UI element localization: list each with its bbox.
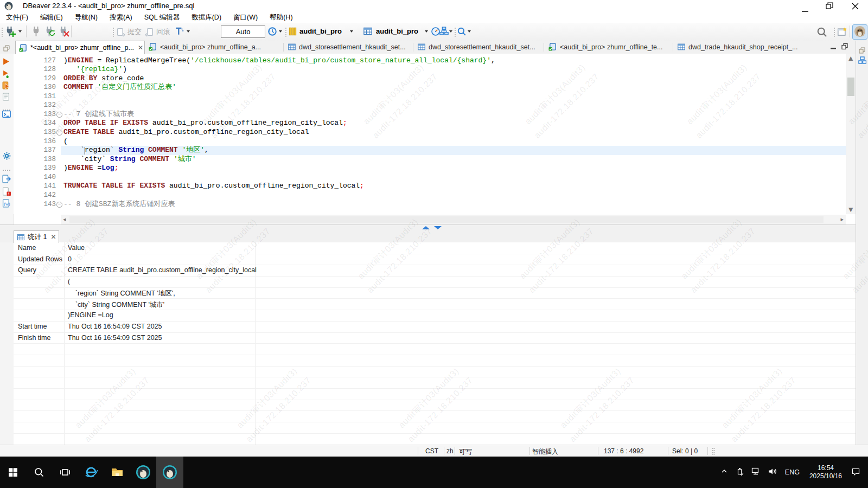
splitter[interactable]: [0, 225, 856, 230]
table-row[interactable]: )ENGINE =Log: [14, 310, 856, 322]
file-explorer-icon[interactable]: [104, 457, 130, 488]
dbeaver-community-button[interactable]: [852, 24, 867, 40]
taskbar-search-icon[interactable]: [26, 457, 52, 488]
tray-clock[interactable]: 16:54 2025/10/16: [809, 464, 842, 480]
disconnect-button[interactable]: [58, 25, 68, 40]
collapse-down-icon[interactable]: [434, 226, 442, 229]
tab-label: <audit_bi_pro> zhumr_offline_a...: [160, 43, 261, 51]
schema-selector[interactable]: audit_bi_pro: [376, 27, 418, 35]
editor-vertical-scrollbar[interactable]: ▲ ▼: [846, 54, 856, 214]
tray-volume-icon[interactable]: [768, 467, 777, 478]
tab-statistics[interactable]: 统计 1 ✕: [14, 230, 59, 243]
open-view-icon[interactable]: [858, 56, 866, 67]
output-warning-icon[interactable]: [2, 187, 11, 198]
new-connection-button[interactable]: [4, 25, 15, 40]
editor-tab-2[interactable]: dwd_storesettlement_hkaudit_set...: [285, 41, 412, 53]
tab-close-icon[interactable]: ✕: [138, 44, 143, 52]
internet-explorer-icon[interactable]: [78, 457, 104, 488]
hscroll-thumb[interactable]: [69, 216, 824, 223]
export-result-icon[interactable]: [2, 175, 11, 185]
tray-time: 16:54: [809, 464, 842, 472]
commit-icon[interactable]: [116, 28, 125, 39]
minimize-editor-icon[interactable]: [830, 44, 837, 54]
tab-close-icon[interactable]: ✕: [50, 233, 56, 241]
table-row[interactable]: Start timeThu Oct 16 16:54:09 CST 2025: [14, 321, 856, 333]
dropdown-arrow-icon[interactable]: [279, 30, 282, 33]
execute-new-tab-icon[interactable]: [2, 70, 10, 80]
menu-item-1[interactable]: 编辑(E): [34, 12, 69, 23]
vscroll-thumb[interactable]: [847, 78, 854, 96]
results-tab-bar: 统计 1 ✕: [0, 230, 856, 243]
settings-gear-icon[interactable]: [2, 151, 11, 163]
commit-label[interactable]: 提交: [127, 27, 142, 37]
execution-plan-icon[interactable]: [439, 27, 449, 38]
collapse-up-icon[interactable]: [422, 226, 430, 229]
fold-collapse-icon[interactable]: −: [56, 202, 62, 208]
editor-tab-4[interactable]: <audit_bi_pro> zhumr_offline_te...: [545, 41, 672, 53]
output-log-icon[interactable]: (w): [2, 199, 11, 210]
connect-button[interactable]: [31, 25, 41, 40]
status-item-2: 可写: [459, 447, 472, 457]
editor-tab-1[interactable]: <audit_bi_pro> zhumr_offline_a...: [145, 41, 282, 53]
tray-chevron-up-icon[interactable]: [720, 467, 728, 477]
restore-panel-icon[interactable]: [3, 44, 10, 54]
open-console-icon[interactable]: [2, 110, 11, 121]
editor-tab-0[interactable]: *<audit_bi_pro> zhumr_offline_p...✕: [15, 41, 145, 54]
fold-collapse-icon[interactable]: −: [56, 112, 62, 118]
dropdown-arrow-icon[interactable]: [187, 30, 190, 33]
column-header-value[interactable]: Value: [68, 244, 85, 252]
table-row[interactable]: Updated Rows0: [14, 254, 856, 266]
maximize-editor-icon[interactable]: [841, 42, 848, 52]
start-button[interactable]: [0, 457, 26, 488]
menu-item-6[interactable]: 窗口(W): [227, 12, 264, 23]
status-separator: [707, 447, 708, 455]
line-number: 130: [43, 83, 56, 92]
status-separator: [598, 447, 598, 455]
restore-button[interactable]: [826, 2, 833, 12]
dropdown-arrow-icon[interactable]: [468, 30, 471, 33]
editor-code[interactable]: )ENGINE = ReplicatedMergeTree('/clickhou…: [63, 54, 845, 214]
dropdown-arrow-icon[interactable]: [18, 30, 22, 33]
column-header-name[interactable]: Name: [18, 244, 36, 252]
rollback-icon[interactable]: [145, 28, 154, 39]
menu-item-3[interactable]: 搜索(A): [104, 12, 138, 23]
reconnect-button[interactable]: [44, 25, 54, 40]
restore-panel-icon[interactable]: [859, 46, 865, 56]
dropdown-arrow-icon[interactable]: [425, 30, 428, 33]
editor-tab-5[interactable]: dwd_trade_hkaudit_shop_receipt_...: [674, 41, 800, 53]
menu-item-5[interactable]: 数据库(D): [186, 12, 227, 23]
execute-statement-icon[interactable]: [2, 57, 10, 68]
dropdown-arrow-icon[interactable]: [449, 30, 452, 33]
menu-item-0[interactable]: 文件(F): [0, 12, 34, 23]
editor-horizontal-scrollbar[interactable]: ◂ ▸: [61, 215, 846, 224]
table-row[interactable]: `city` String COMMENT '城市': [14, 299, 856, 311]
task-view-icon[interactable]: [52, 457, 78, 488]
tray-network-icon[interactable]: [751, 467, 760, 478]
table-row[interactable]: QueryCREATE TABLE audit_bi_pro.custom_of…: [14, 265, 856, 277]
tray-usb-icon[interactable]: [736, 467, 744, 478]
table-row[interactable]: `region` String COMMENT '地区',: [14, 287, 856, 299]
fold-collapse-icon[interactable]: −: [56, 130, 62, 136]
dbeaver-taskbar-icon[interactable]: [130, 457, 156, 488]
menu-item-2[interactable]: 导航(N): [69, 12, 104, 23]
global-search-icon[interactable]: [816, 27, 827, 40]
open-perspective-icon[interactable]: [837, 27, 847, 39]
rollback-label[interactable]: 回滚: [156, 27, 170, 37]
dropdown-arrow-icon[interactable]: [350, 30, 353, 33]
tray-language[interactable]: ENG: [785, 468, 800, 476]
sql-search-icon[interactable]: [457, 27, 467, 38]
dbeaver-taskbar-icon-active[interactable]: [156, 457, 183, 488]
execute-script-icon[interactable]: [2, 81, 10, 92]
menu-item-7[interactable]: 帮助(H): [264, 12, 298, 23]
transaction-mode-icon[interactable]: [175, 27, 184, 38]
editor-tab-3[interactable]: dwd_storesettlement_hkaudit_set...: [414, 41, 542, 53]
menu-item-4[interactable]: SQL 编辑器: [138, 12, 186, 23]
table-row[interactable]: (: [14, 276, 856, 288]
tray-notification-icon[interactable]: [851, 467, 860, 478]
table-row[interactable]: Finish timeThu Oct 16 16:54:09 CST 2025: [14, 332, 856, 344]
catalog-selector[interactable]: audit_bi_pro: [299, 27, 342, 35]
auto-commit-select[interactable]: Auto: [221, 25, 265, 38]
close-button[interactable]: [852, 2, 859, 12]
transaction-log-icon[interactable]: [267, 27, 277, 38]
explain-plan-icon[interactable]: [2, 93, 10, 103]
